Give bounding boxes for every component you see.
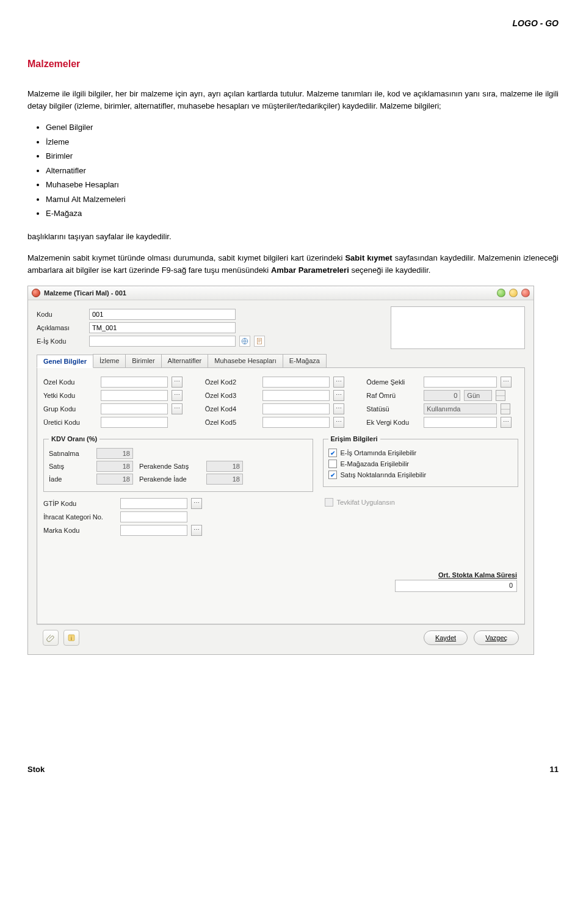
lookup-icon[interactable]: ⋯ [172,403,183,414]
lookup-icon[interactable]: ⋯ [172,390,183,401]
label-kodu: Kodu [37,311,85,318]
tab-emagaza[interactable]: E-Mağaza [283,354,327,367]
svg-text:i: i [71,635,72,641]
input-uretici-kodu[interactable] [101,417,168,428]
brand-header: LOGO - GO [27,18,559,28]
input-ozel-kod5[interactable] [262,417,330,428]
label-check-emagaza: E-Mağazada Erişilebilir [341,460,410,467]
svg-rect-1 [257,338,261,344]
tab-birimler[interactable]: Birimler [125,354,161,367]
maximize-icon[interactable] [509,289,518,297]
tab-muhasebe[interactable]: Muhasebe Hesapları [208,354,283,367]
input-ozel-kod4[interactable] [262,403,330,414]
checkbox-emagaza[interactable] [328,460,337,468]
section-title: Malzemeler [27,59,559,70]
input-kdv-iade[interactable] [96,474,133,485]
label-ozel-kodu: Özel Kodu [43,378,97,386]
input-ozel-kod3[interactable] [262,390,330,401]
checkbox-eis[interactable]: ✔ [328,449,337,457]
tab-alternatifler[interactable]: Alternatifler [161,354,209,367]
input-ek-vergi[interactable] [424,417,497,428]
input-aciklamasi[interactable] [89,322,236,333]
input-raf-omru[interactable] [424,390,460,401]
cancel-button[interactable]: Vazgeç [474,630,519,645]
label-eiskodu: E-İş Kodu [37,337,85,345]
lookup-icon[interactable]: ⋯ [333,403,344,414]
lookup-icon[interactable]: ⋯ [501,417,512,428]
input-raf-omru-unit[interactable] [464,390,492,401]
label-statusu: Statüsü [366,405,420,413]
close-icon[interactable] [521,289,530,297]
label-marka: Marka Kodu [43,527,117,534]
label-ozel-kod3: Özel Kod3 [205,392,259,399]
label-grup-kodu: Grup Kodu [43,405,97,413]
select-statusu[interactable] [424,403,497,414]
spinner-icon[interactable] [496,390,505,401]
label-check-eis: E-İş Ortamında Erişilebilir [341,449,417,457]
bullet-item: Genel Bilgiler [46,121,559,134]
input-marka[interactable] [120,525,187,536]
label-ozel-kod4: Özel Kod4 [205,405,259,413]
bullet-item: Birimler [46,150,559,162]
tab-bar: Genel Bilgiler İzleme Birimler Alternati… [37,354,525,368]
image-preview [391,306,525,349]
label-kdv-satis: Satış [49,463,90,470]
checkbox-tevkifat [325,498,333,507]
input-kdv-perakende-satis[interactable] [206,461,243,472]
bullet-item: Muhasebe Hesapları [46,179,559,191]
lookup-icon[interactable]: ⋯ [333,417,344,428]
label-check-satis-noktalari: Satış Noktalarında Erişilebilir [341,471,427,478]
bullet-item: İzleme [46,136,559,148]
lookup-icon[interactable]: ⋯ [333,377,344,388]
lookup-icon[interactable]: ⋯ [333,390,344,401]
input-odeme-sekli[interactable] [424,377,497,388]
footer-right: 11 [550,765,559,774]
input-ihracat[interactable] [120,511,187,522]
bullet-item: E-Mağaza [46,208,559,220]
label-odeme-sekli: Ödeme Şekli [366,378,420,386]
input-gtip[interactable] [120,498,187,509]
bullet-list: Genel Bilgiler İzleme Birimler Alternati… [46,121,559,220]
erisim-group: Erişim Bilgileri ✔ E-İş Ortamında Erişil… [323,435,519,487]
minimize-icon[interactable] [497,289,505,297]
input-eiskodu[interactable] [89,336,236,347]
bullet-item: Mamul Alt Malzemeleri [46,193,559,206]
input-ozel-kodu[interactable] [101,377,168,388]
label-ozel-kod5: Özel Kod5 [205,419,259,426]
checkbox-satis-noktalari[interactable]: ✔ [328,471,337,479]
input-kodu[interactable] [89,309,236,320]
document-icon[interactable] [254,336,265,347]
lookup-icon[interactable]: ⋯ [191,525,202,536]
save-button[interactable]: Kaydet [424,630,468,645]
paragraph-3: Malzemenin sabit kıymet türünde olması d… [27,252,559,276]
globe-icon[interactable] [239,336,250,347]
paragraph-1: Malzeme ile ilgili bilgiler, her bir mal… [27,88,559,112]
label-yetki-kodu: Yetki Kodu [43,392,97,399]
tab-izleme[interactable]: İzleme [93,354,126,367]
input-ozel-kod2[interactable] [262,377,330,388]
label-ihracat: İhracat Kategori No. [43,513,117,521]
attachment-icon[interactable] [43,630,59,646]
stok-kalma-title: Ort. Stokta Kalma Süresi [395,571,517,579]
lookup-icon[interactable]: ⋯ [172,377,183,388]
tab-genel-bilgiler[interactable]: Genel Bilgiler [37,355,93,368]
label-kdv-perakende-satis: Perakende Satış [139,463,200,470]
paragraph-2: başlıklarını taşıyan sayfalar ile kayded… [27,231,559,243]
input-kdv-satis[interactable] [96,461,133,472]
input-kdv-perakende-iade[interactable] [206,474,243,485]
spinner-icon[interactable] [501,403,510,414]
footer-left: Stok [27,765,45,774]
window-title: Malzeme (Ticari Mal) - 001 [44,289,126,297]
input-grup-kodu[interactable] [101,403,168,414]
label-uretici-kodu: Üretici Kodu [43,419,97,426]
info-icon[interactable]: i [63,630,79,646]
lookup-icon[interactable]: ⋯ [501,377,512,388]
input-kdv-satinalma[interactable] [96,448,133,459]
material-form-window: Malzeme (Ticari Mal) - 001 Kodu Açıklama… [27,286,534,655]
input-yetki-kodu[interactable] [101,390,168,401]
form-footer: i Kaydet Vazgeç [37,624,525,651]
lookup-icon[interactable]: ⋯ [191,498,202,509]
bullet-item: Alternatifler [46,165,559,177]
stok-kalma-box: Ort. Stokta Kalma Süresi 0 [395,571,517,592]
titlebar: Malzeme (Ticari Mal) - 001 [28,286,534,300]
